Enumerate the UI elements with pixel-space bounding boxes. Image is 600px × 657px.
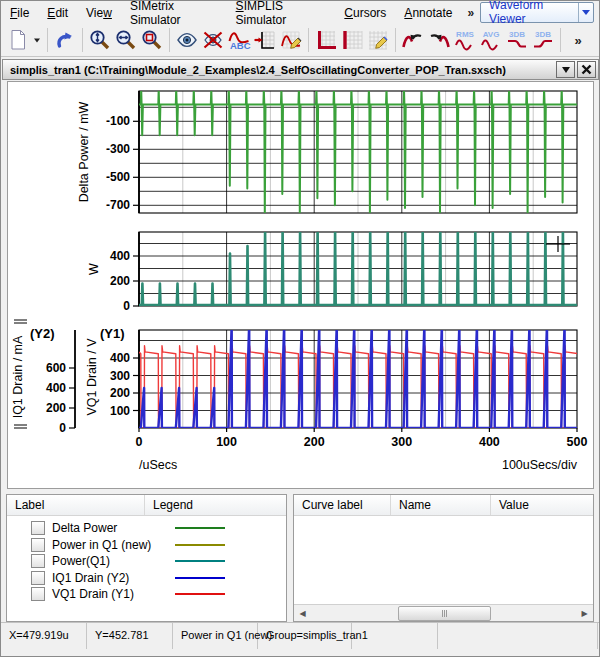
legend-row-power-q1-[interactable]: Power(Q1) [7,553,286,570]
legend-row-iq1-drain-y2-[interactable]: IQ1 Drain (Y2) [7,570,286,587]
legend-row-vq1-drain-y1-[interactable]: VQ1 Drain (Y1) [7,586,286,603]
viewer-mode-dropdown[interactable] [578,3,593,22]
y-tick-label: -700 [106,198,130,212]
legend-line-sample [175,527,225,529]
legend-rows: Delta PowerPower in Q1 (new)Power(Q1)IQ1… [7,516,286,603]
legend-header-label[interactable]: Label [7,495,145,515]
caret-down-icon[interactable] [31,27,43,53]
curve-visible-checkbox[interactable] [31,587,45,601]
waveform-viewer-window: FileEditViewSIMetrix SimulatorSIMPLIS Si… [0,0,600,657]
new-grid-icon[interactable] [313,27,339,53]
horizontal-scrollbar[interactable]: ◀ ▶ [294,604,593,621]
menu-item-file[interactable]: File [1,3,38,23]
edit-curve-icon[interactable] [278,27,304,53]
axis-label-delta-power[interactable]: Delta Power / mW [77,101,91,202]
show-curve-eye-icon[interactable] [174,27,200,53]
y-tick-label: 400 [110,249,130,263]
svg-text:3DB: 3DB [509,30,525,39]
plots-svg[interactable]: -100-300-500-700020040010020030040002004… [8,82,593,488]
undo-icon[interactable] [52,27,78,53]
svg-text:3DB: 3DB [535,30,551,39]
curve-values-header-name[interactable]: Name [391,495,491,515]
add-axis-icon[interactable] [252,27,278,53]
axis-label-vq1-drain[interactable]: VQ1 Drain / V [85,338,99,416]
edit-grid-icon[interactable] [365,27,391,53]
legend-header: Label Legend [7,495,286,516]
curve-visible-checkbox[interactable] [31,538,45,552]
threedb-highpass-icon[interactable]: 3DB [530,27,556,53]
status-field-1: Y=452.781 [87,623,173,649]
legend-line-sample [175,560,225,562]
y-tick-label: 600 [46,361,66,375]
y-tick-label: 0 [123,299,130,313]
collapse-button[interactable] [556,61,575,78]
axis-label-power[interactable]: W [87,263,101,275]
legend-row-delta-power[interactable]: Delta Power [7,520,286,537]
status-field-4 [352,623,438,649]
y-tick-label: 200 [110,386,130,400]
menu-item-annotate[interactable]: Annotate [395,3,461,23]
curve-values-header-value[interactable]: Value [491,495,593,515]
x-tick-label: 200 [304,435,325,449]
axis-label-iq1-drain[interactable]: IQ1 Drain / mA [11,335,25,418]
zoom-y-extents-icon[interactable] [87,27,113,53]
rms-icon[interactable]: RMS [452,27,478,53]
close-button[interactable] [577,61,596,78]
x-tick-label: 0 [136,435,143,449]
hide-curve-eye-icon[interactable] [200,27,226,53]
curve-visible-checkbox[interactable] [31,571,45,585]
zoom-box-icon[interactable] [139,27,165,53]
legend-line-sample [175,544,225,546]
legend-header-legend[interactable]: Legend [145,495,286,515]
y-tick-label: -100 [106,114,130,128]
legend-row-label: Delta Power [52,521,157,535]
menu-item-view[interactable]: View [77,3,121,23]
menubar-overflow-icon[interactable]: » [461,6,480,20]
status-field-0: X=479.919u [1,623,87,649]
chevron-down-icon [582,10,590,15]
y1-axis-tag: (Y1) [100,326,125,341]
avg-icon[interactable]: AVG [478,27,504,53]
x-axis-unit-label: /uSecs [139,458,177,472]
status-field-5 [438,623,598,649]
menu-item-cursors[interactable]: Cursors [335,3,395,23]
scrollbar-track[interactable] [311,605,576,621]
curve-visible-checkbox[interactable] [31,521,45,535]
toolbar-separator [308,28,309,52]
curve-values-header-label[interactable]: Curve label [294,495,391,515]
scrollbar-thumb[interactable] [398,606,490,621]
graph-area[interactable]: -100-300-500-700020040010020030040002004… [7,81,594,489]
menu-bar: FileEditViewSIMetrix SimulatorSIMPLIS Si… [1,1,599,24]
toolbar-separator [47,28,48,52]
previous-curve-icon[interactable] [400,27,426,53]
y2-axis-tag: (Y2) [30,326,55,341]
svg-text:»: » [574,33,581,48]
curve-label-icon[interactable]: ABC [226,27,252,53]
close-icon [581,64,592,75]
y-tick-label: 200 [46,401,66,415]
toolbar-separator [395,28,396,52]
toolbar-separator [82,28,83,52]
x-axis-per-div-label: 100uSecs/div [502,458,578,472]
zoom-x-extents-icon[interactable] [113,27,139,53]
threedb-lowpass-icon[interactable]: 3DB [504,27,530,53]
svg-text:RMS: RMS [456,30,474,39]
viewer-mode-select[interactable]: Waveform Viewer [480,2,594,23]
legend-panel: Label Legend Delta PowerPower in Q1 (new… [6,494,287,622]
add-grid-icon[interactable] [339,27,365,53]
legend-row-power-in-q1-new-[interactable]: Power in Q1 (new) [7,537,286,554]
legend-row-label: Power in Q1 (new) [52,538,157,552]
next-curve-icon[interactable] [426,27,452,53]
menu-item-edit[interactable]: Edit [38,3,77,23]
new-graph-icon[interactable] [5,27,31,53]
toolbar-overflow-icon[interactable]: » [565,27,591,53]
legend-line-sample [175,593,225,595]
graph-window-titlebar[interactable]: simplis_tran1 (C:\Training\Module_2_Exam… [2,59,599,80]
y-tick-label: 0 [59,421,66,435]
legend-row-label: Power(Q1) [52,554,157,568]
scroll-right-icon[interactable]: ▶ [576,605,593,621]
scroll-left-icon[interactable]: ◀ [294,605,311,621]
legend-line-sample [175,577,225,579]
y-tick-label: -500 [106,170,130,184]
curve-visible-checkbox[interactable] [31,554,45,568]
